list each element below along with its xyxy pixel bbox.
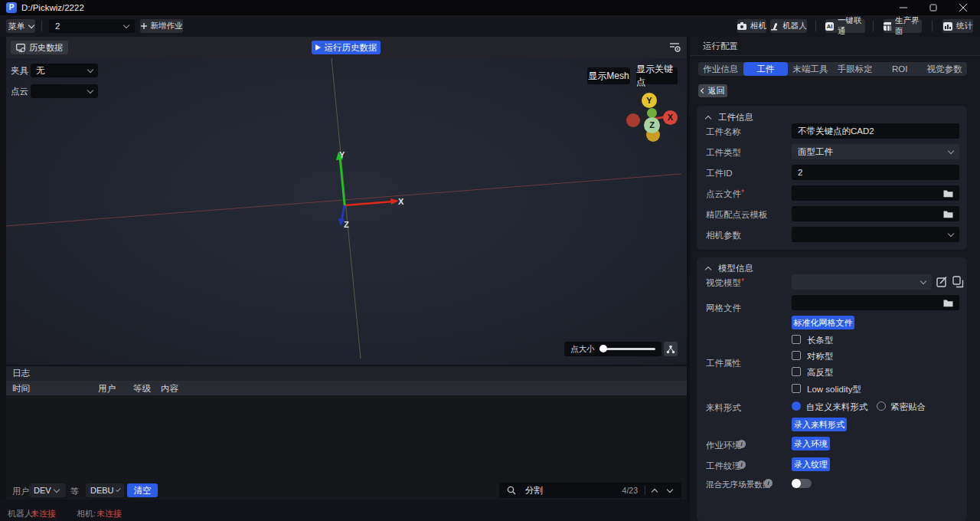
statistics-button[interactable]: 统计: [942, 19, 973, 33]
title-bar: P D:/Pickwiz/2222: [0, 0, 980, 15]
toolbar-divider: [932, 21, 933, 31]
chevron-down-icon: [948, 230, 954, 236]
record-texture-button[interactable]: 录入纹理: [792, 457, 830, 471]
fine-match-template-input[interactable]: [792, 206, 959, 221]
scene-tree-button[interactable]: [664, 342, 678, 356]
camera-params-select[interactable]: [792, 227, 959, 242]
point-size-slider-thumb[interactable]: [599, 345, 607, 352]
log-level-filter-select[interactable]: DEBU: [86, 483, 124, 497]
normalize-mesh-button[interactable]: 标准化网格文件: [792, 316, 854, 329]
tab-hand-eye-calibration[interactable]: 手眼标定: [833, 62, 878, 76]
toggle-thumb: [792, 479, 801, 488]
info-icon[interactable]: i: [764, 479, 773, 487]
menu-button[interactable]: 菜单: [6, 19, 35, 33]
history-data-icon: [16, 44, 25, 52]
display-settings-icon[interactable]: [668, 41, 686, 54]
checkbox-high-reflective[interactable]: [792, 367, 801, 376]
window-title: D:/Pickwiz/2222: [21, 3, 84, 12]
close-button[interactable]: [949, 0, 978, 15]
chevron-down-icon: [87, 66, 93, 72]
fixture-select[interactable]: 无: [31, 64, 98, 77]
job-select[interactable]: 2: [49, 19, 135, 33]
tab-workpiece[interactable]: 工件: [743, 62, 789, 76]
log-user-filter-select[interactable]: DEV: [29, 483, 66, 497]
log-body[interactable]: [6, 395, 687, 481]
history-data-tab[interactable]: 历史数据: [11, 41, 68, 54]
toolbar: 菜单 2 新增作业 相机 机器人 AI 一键联通 生产界面: [0, 15, 980, 37]
copy-icon[interactable]: [952, 276, 964, 288]
checkbox-long-strip[interactable]: [792, 335, 801, 344]
chevron-down-icon: [920, 277, 926, 283]
record-incoming-form-button[interactable]: 录入来料形式: [792, 418, 847, 431]
pointcloud-file-input[interactable]: [792, 185, 959, 201]
camera-button[interactable]: 相机: [737, 19, 766, 33]
tab-roi[interactable]: ROI: [877, 62, 923, 76]
mixed-scene-toggle[interactable]: [792, 479, 812, 488]
folder-icon[interactable]: [943, 210, 953, 218]
required-asterisk: *: [741, 277, 744, 286]
prev-match-icon[interactable]: [652, 488, 658, 494]
radio-custom-incoming[interactable]: [792, 401, 801, 411]
ai-icon: AI: [825, 22, 834, 31]
edit-icon[interactable]: [936, 276, 949, 288]
required-asterisk: *: [741, 188, 744, 197]
visual-model-label: 视觉模型*: [706, 277, 744, 289]
checkbox-high-reflective-label: 高反型: [807, 367, 834, 378]
workpiece-section-header[interactable]: 工件信息: [706, 112, 753, 123]
job-environment-label: 作业环境: [706, 440, 741, 451]
orientation-gizmo[interactable]: Y X Z: [619, 89, 687, 146]
mesh-file-input[interactable]: [792, 295, 959, 310]
folder-icon[interactable]: [943, 189, 953, 198]
production-page-button[interactable]: 生产界面: [884, 19, 922, 33]
workpiece-name-input[interactable]: 不带关键点的CAD2: [792, 123, 959, 139]
next-match-icon[interactable]: [667, 486, 673, 492]
incoming-form-label: 来料形式: [706, 402, 741, 414]
model-info-card: 模型信息 视觉模型* 网格文件 标准化网格文件 工件属性 长条型 对称型 高反型: [697, 257, 967, 521]
back-button[interactable]: 返回: [698, 84, 727, 97]
gizmo-y[interactable]: Y: [642, 93, 657, 108]
log-search-box[interactable]: 分割 4/23: [499, 483, 681, 498]
point-size-slider[interactable]: [599, 348, 656, 350]
fixture-label: 夹具: [11, 65, 28, 77]
workpiece-type-label: 工件类型: [706, 147, 741, 159]
radio-tight-fit[interactable]: [877, 401, 886, 411]
gizmo-z[interactable]: Z: [644, 117, 660, 133]
log-col-level: 等级: [133, 383, 151, 395]
stats-icon: [943, 22, 952, 31]
one-key-connect-button[interactable]: AI 一键联通: [825, 19, 865, 33]
tab-vision-params[interactable]: 视觉参数: [923, 62, 968, 76]
checkbox-symmetric[interactable]: [792, 351, 801, 360]
gizmo-neg-x[interactable]: [626, 113, 640, 127]
info-icon[interactable]: i: [737, 460, 746, 469]
workpiece-type-select[interactable]: 面型工件: [792, 144, 959, 159]
robot-button[interactable]: 机器人: [770, 19, 807, 33]
tab-job-info[interactable]: 作业信息: [698, 62, 743, 76]
clear-log-button[interactable]: 清空: [127, 483, 158, 497]
minimize-button[interactable]: [889, 0, 918, 15]
gizmo-x[interactable]: X: [663, 110, 678, 125]
point-cloud-viewport[interactable]: X Y Z 夹具 无 点云 显示Mesh 显示关键点 Y X Z: [6, 58, 687, 365]
radio-tight-fit-label: 紧密贴合: [890, 401, 926, 413]
collapse-icon: [705, 116, 711, 122]
mesh-file-label: 网格文件: [706, 303, 741, 314]
add-job-button[interactable]: 新增作业: [140, 19, 183, 33]
maximize-button[interactable]: [919, 0, 948, 15]
point-size-label: 点大小: [570, 344, 595, 355]
run-config-panel: 运行配置 作业信息 工件 末端工具 手眼标定 ROI 视觉参数 返回 工件信息 …: [690, 37, 980, 521]
run-history-data-button[interactable]: 运行历史数据: [312, 41, 381, 54]
show-mesh-button[interactable]: 显示Mesh: [587, 67, 630, 84]
visual-model-select[interactable]: [792, 274, 932, 290]
chevron-left-icon: [700, 88, 705, 93]
folder-icon[interactable]: [943, 299, 953, 307]
pointcloud-select[interactable]: [31, 84, 98, 98]
viewport-header: 历史数据 运行历史数据: [6, 37, 687, 58]
model-section-header[interactable]: 模型信息: [706, 263, 753, 274]
checkbox-low-solidity[interactable]: [792, 384, 801, 393]
tab-end-tool[interactable]: 末端工具: [788, 62, 833, 76]
info-icon[interactable]: i: [737, 440, 746, 448]
record-environment-button[interactable]: 录入环境: [792, 437, 830, 451]
log-search-input[interactable]: 分割: [525, 485, 543, 496]
chevron-down-icon: [28, 21, 34, 28]
show-keypoints-button[interactable]: 显示关键点: [636, 67, 678, 84]
workpiece-id-input[interactable]: 2: [792, 165, 959, 180]
